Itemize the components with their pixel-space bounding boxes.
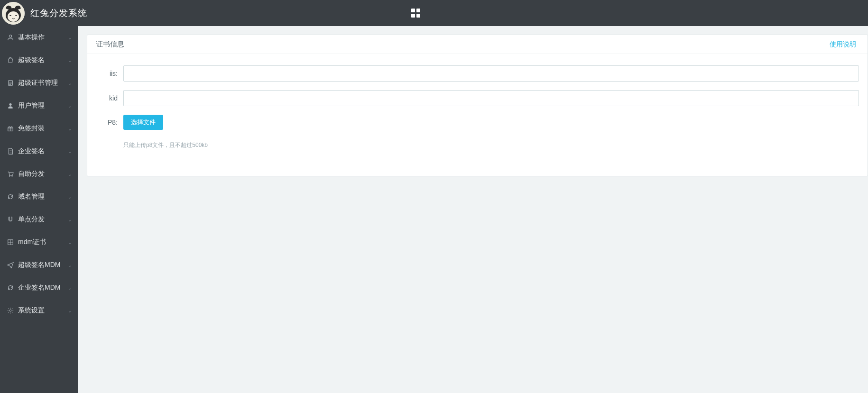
chevron-down-icon: ⌄ [68, 217, 72, 222]
iis-label: iis: [96, 70, 123, 77]
chevron-down-icon: ⌄ [68, 308, 72, 313]
kid-label: kid [96, 94, 123, 102]
sidebar-item-label: 免签封装 [18, 124, 68, 133]
svg-point-10 [12, 176, 13, 177]
chevron-down-icon: ⌄ [68, 149, 72, 154]
kid-row: kid [96, 90, 859, 106]
refresh-icon [7, 193, 14, 201]
apps-grid-icon[interactable] [411, 9, 420, 18]
iis-row: iis: [96, 65, 859, 82]
sidebar: 基本操作 ⌄ 超级签名 ⌄ 超级证书管理 ⌄ 用户管理 ⌄ 免签封装 ⌄ 企业签 [0, 26, 78, 393]
sidebar-item-super-sign[interactable]: 超级签名 ⌄ [0, 49, 78, 72]
clipboard-icon [7, 79, 14, 87]
grid-icon [7, 238, 14, 246]
svg-point-2 [8, 11, 19, 22]
sidebar-item-single-distribute[interactable]: 单点分发 ⌄ [0, 208, 78, 231]
cart-icon [7, 170, 14, 178]
sidebar-item-label: 超级证书管理 [18, 79, 68, 87]
sidebar-item-enterprise-sign[interactable]: 企业签名 ⌄ [0, 140, 78, 163]
kid-input[interactable] [123, 90, 859, 106]
choose-file-button[interactable]: 选择文件 [123, 115, 163, 130]
sidebar-item-label: 域名管理 [18, 192, 68, 201]
cert-info-card: 证书信息 使用说明 iis: kid P8: 选择文件 只能上传p8文件，且不超… [87, 35, 868, 176]
sidebar-item-label: 企业签名 [18, 147, 68, 155]
sidebar-item-basic-ops[interactable]: 基本操作 ⌄ [0, 26, 78, 49]
sidebar-item-label: 企业签名MDM [18, 283, 68, 292]
sidebar-item-label: 单点分发 [18, 215, 68, 224]
chevron-down-icon: ⌄ [68, 103, 72, 109]
upload-hint: 只能上传p8文件，且不超过500kb [123, 141, 208, 149]
main-content: 证书信息 使用说明 iis: kid P8: 选择文件 只能上传p8文件，且不超… [78, 26, 868, 393]
iis-input[interactable] [123, 65, 859, 82]
sidebar-item-system-settings[interactable]: 系统设置 ⌄ [0, 299, 78, 322]
magnet-icon [7, 216, 14, 223]
sidebar-item-self-distribute[interactable]: 自助分发 ⌄ [0, 163, 78, 185]
svg-point-5 [9, 35, 11, 37]
gift-icon [7, 125, 14, 132]
sidebar-item-label: 超级签名 [18, 56, 68, 64]
svg-point-3 [9, 15, 11, 16]
sidebar-item-label: 系统设置 [18, 306, 68, 315]
card-body: iis: kid P8: 选择文件 只能上传p8文件，且不超过500kb [87, 54, 868, 176]
svg-point-9 [9, 176, 10, 177]
sidebar-item-cert-mgmt[interactable]: 超级证书管理 ⌄ [0, 72, 78, 94]
plane-icon [7, 261, 14, 269]
sidebar-item-label: 超级签名MDM [18, 261, 68, 269]
chevron-down-icon: ⌄ [68, 172, 72, 177]
app-title: 红兔分发系统 [30, 7, 87, 19]
sidebar-item-label: 用户管理 [18, 101, 68, 110]
bag-icon [7, 56, 14, 64]
sidebar-item-super-sign-mdm[interactable]: 超级签名MDM ⌄ [0, 254, 78, 276]
sidebar-item-noSign-pkg[interactable]: 免签封装 ⌄ [0, 117, 78, 140]
card-header: 证书信息 使用说明 [87, 35, 868, 54]
usage-instructions-link[interactable]: 使用说明 [830, 40, 859, 49]
chevron-down-icon: ⌄ [68, 81, 72, 86]
chevron-down-icon: ⌄ [68, 240, 72, 245]
chevron-down-icon: ⌄ [68, 35, 72, 40]
chevron-down-icon: ⌄ [68, 126, 72, 131]
svg-point-12 [9, 310, 11, 311]
p8-row: P8: 选择文件 只能上传p8文件，且不超过500kb [96, 115, 859, 149]
user-icon [7, 34, 14, 41]
app-header: 红兔分发系统 [0, 0, 868, 26]
sidebar-item-mdm-cert[interactable]: mdm证书 ⌄ [0, 231, 78, 254]
sidebar-item-label: 基本操作 [18, 33, 68, 42]
sidebar-item-label: mdm证书 [18, 238, 68, 247]
chevron-down-icon: ⌄ [68, 285, 72, 291]
logo-avatar [2, 2, 25, 25]
svg-point-7 [9, 103, 11, 105]
person-icon [7, 102, 14, 110]
gear-icon [7, 307, 14, 314]
svg-point-4 [15, 15, 17, 16]
doc-icon [7, 147, 14, 155]
sidebar-item-label: 自助分发 [18, 170, 68, 178]
chevron-down-icon: ⌄ [68, 58, 72, 63]
p8-label: P8: [96, 115, 123, 126]
sidebar-item-enterprise-sign-mdm[interactable]: 企业签名MDM ⌄ [0, 276, 78, 299]
sidebar-item-domain-mgmt[interactable]: 域名管理 ⌄ [0, 185, 78, 208]
sidebar-item-user-mgmt[interactable]: 用户管理 ⌄ [0, 94, 78, 117]
refresh-icon [7, 284, 14, 292]
chevron-down-icon: ⌄ [68, 263, 72, 268]
chevron-down-icon: ⌄ [68, 194, 72, 200]
card-title: 证书信息 [96, 40, 124, 49]
